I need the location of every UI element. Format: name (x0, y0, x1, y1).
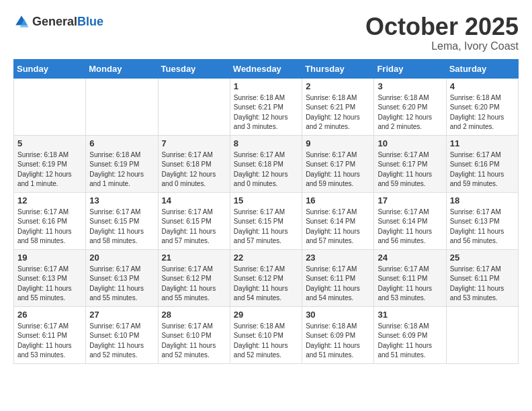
calendar-cell: 29Sunrise: 6:18 AMSunset: 6:10 PMDayligh… (230, 306, 302, 363)
calendar-week-row: 26Sunrise: 6:17 AMSunset: 6:11 PMDayligh… (14, 306, 519, 363)
day-info: Sunrise: 6:18 AMSunset: 6:10 PMDaylight:… (234, 322, 298, 361)
calendar-cell: 25Sunrise: 6:17 AMSunset: 6:11 PMDayligh… (446, 249, 518, 306)
day-info: Sunrise: 6:17 AMSunset: 6:13 PMDaylight:… (89, 265, 154, 304)
location-title: Lema, Ivory Coast (365, 40, 519, 52)
day-info: Sunrise: 6:17 AMSunset: 6:15 PMDaylight:… (234, 208, 298, 246)
day-number: 12 (17, 195, 82, 205)
logo-icon (13, 13, 30, 30)
day-info: Sunrise: 6:17 AMSunset: 6:10 PMDaylight:… (89, 322, 154, 361)
calendar-cell: 1Sunrise: 6:18 AMSunset: 6:21 PMDaylight… (230, 78, 302, 135)
day-number: 30 (306, 310, 370, 320)
day-number: 16 (306, 195, 370, 205)
calendar-cell: 22Sunrise: 6:17 AMSunset: 6:12 PMDayligh… (230, 249, 302, 306)
day-number: 3 (378, 81, 442, 91)
calendar-cell: 2Sunrise: 6:18 AMSunset: 6:21 PMDaylight… (302, 78, 374, 135)
day-info: Sunrise: 6:18 AMSunset: 6:09 PMDaylight:… (306, 322, 370, 361)
day-info: Sunrise: 6:17 AMSunset: 6:17 PMDaylight:… (378, 150, 442, 189)
day-info: Sunrise: 6:17 AMSunset: 6:12 PMDaylight:… (234, 265, 298, 304)
day-info: Sunrise: 6:18 AMSunset: 6:19 PMDaylight:… (17, 150, 82, 189)
day-info: Sunrise: 6:17 AMSunset: 6:14 PMDaylight:… (378, 208, 442, 246)
calendar-cell: 19Sunrise: 6:17 AMSunset: 6:13 PMDayligh… (14, 249, 86, 306)
day-number: 11 (450, 138, 515, 148)
day-info: Sunrise: 6:17 AMSunset: 6:11 PMDaylight:… (17, 322, 82, 361)
calendar-week-row: 5Sunrise: 6:18 AMSunset: 6:19 PMDaylight… (14, 135, 519, 192)
day-number: 15 (234, 195, 298, 205)
day-number: 21 (162, 253, 226, 263)
day-number: 14 (162, 195, 226, 205)
calendar-cell: 17Sunrise: 6:17 AMSunset: 6:14 PMDayligh… (374, 192, 446, 249)
day-info: Sunrise: 6:17 AMSunset: 6:13 PMDaylight:… (450, 208, 515, 246)
calendar-cell: 3Sunrise: 6:18 AMSunset: 6:20 PMDaylight… (374, 78, 446, 135)
calendar-cell: 31Sunrise: 6:18 AMSunset: 6:09 PMDayligh… (374, 306, 446, 363)
calendar-cell: 28Sunrise: 6:17 AMSunset: 6:10 PMDayligh… (158, 306, 230, 363)
day-number: 13 (89, 195, 154, 205)
day-info: Sunrise: 6:18 AMSunset: 6:21 PMDaylight:… (234, 93, 298, 132)
day-info: Sunrise: 6:17 AMSunset: 6:14 PMDaylight:… (306, 208, 370, 246)
calendar-cell: 11Sunrise: 6:17 AMSunset: 6:16 PMDayligh… (446, 135, 518, 192)
day-number: 5 (17, 138, 82, 148)
page-header: GeneralBlue October 2025 Lema, Ivory Coa… (13, 13, 519, 52)
col-monday: Monday (86, 59, 158, 78)
logo-blue: Blue (77, 15, 103, 28)
day-info: Sunrise: 6:18 AMSunset: 6:19 PMDaylight:… (89, 150, 154, 189)
calendar-week-row: 19Sunrise: 6:17 AMSunset: 6:13 PMDayligh… (14, 249, 519, 306)
calendar-cell: 16Sunrise: 6:17 AMSunset: 6:14 PMDayligh… (302, 192, 374, 249)
day-number: 10 (378, 138, 442, 148)
day-number: 26 (17, 310, 82, 320)
logo-text: GeneralBlue (32, 15, 103, 29)
day-info: Sunrise: 6:17 AMSunset: 6:16 PMDaylight:… (450, 150, 515, 189)
calendar-cell: 21Sunrise: 6:17 AMSunset: 6:12 PMDayligh… (158, 249, 230, 306)
calendar-cell: 6Sunrise: 6:18 AMSunset: 6:19 PMDaylight… (86, 135, 158, 192)
day-info: Sunrise: 6:17 AMSunset: 6:11 PMDaylight:… (378, 265, 442, 304)
day-number: 31 (378, 310, 442, 320)
day-number: 19 (17, 253, 82, 263)
calendar-cell (86, 78, 158, 135)
day-info: Sunrise: 6:17 AMSunset: 6:10 PMDaylight:… (162, 322, 226, 361)
day-info: Sunrise: 6:18 AMSunset: 6:21 PMDaylight:… (306, 93, 370, 132)
day-info: Sunrise: 6:17 AMSunset: 6:13 PMDaylight:… (17, 265, 82, 304)
day-number: 25 (450, 253, 515, 263)
day-number: 22 (234, 253, 298, 263)
calendar-cell: 7Sunrise: 6:17 AMSunset: 6:18 PMDaylight… (158, 135, 230, 192)
day-number: 23 (306, 253, 370, 263)
calendar-cell: 4Sunrise: 6:18 AMSunset: 6:20 PMDaylight… (446, 78, 518, 135)
day-number: 4 (450, 81, 515, 91)
logo: GeneralBlue (13, 13, 103, 30)
day-number: 9 (306, 138, 370, 148)
col-saturday: Saturday (446, 59, 518, 78)
col-thursday: Thursday (302, 59, 374, 78)
day-number: 18 (450, 195, 515, 205)
day-info: Sunrise: 6:17 AMSunset: 6:12 PMDaylight:… (162, 265, 226, 304)
calendar-cell: 20Sunrise: 6:17 AMSunset: 6:13 PMDayligh… (86, 249, 158, 306)
calendar-cell: 18Sunrise: 6:17 AMSunset: 6:13 PMDayligh… (446, 192, 518, 249)
title-block: October 2025 Lema, Ivory Coast (365, 13, 519, 52)
calendar-cell: 12Sunrise: 6:17 AMSunset: 6:16 PMDayligh… (14, 192, 86, 249)
day-info: Sunrise: 6:18 AMSunset: 6:20 PMDaylight:… (378, 93, 442, 132)
calendar-cell: 24Sunrise: 6:17 AMSunset: 6:11 PMDayligh… (374, 249, 446, 306)
calendar-week-row: 1Sunrise: 6:18 AMSunset: 6:21 PMDaylight… (14, 78, 519, 135)
calendar-cell: 15Sunrise: 6:17 AMSunset: 6:15 PMDayligh… (230, 192, 302, 249)
calendar-header-row: Sunday Monday Tuesday Wednesday Thursday… (14, 59, 519, 78)
day-number: 28 (162, 310, 226, 320)
day-info: Sunrise: 6:17 AMSunset: 6:16 PMDaylight:… (17, 208, 82, 246)
col-tuesday: Tuesday (158, 59, 230, 78)
logo-general: General (32, 15, 77, 28)
day-info: Sunrise: 6:17 AMSunset: 6:18 PMDaylight:… (162, 150, 226, 189)
day-number: 2 (306, 81, 370, 91)
day-info: Sunrise: 6:17 AMSunset: 6:11 PMDaylight:… (450, 265, 515, 304)
day-info: Sunrise: 6:17 AMSunset: 6:11 PMDaylight:… (306, 265, 370, 304)
day-info: Sunrise: 6:18 AMSunset: 6:20 PMDaylight:… (450, 93, 515, 132)
col-friday: Friday (374, 59, 446, 78)
day-number: 1 (234, 81, 298, 91)
month-title: October 2025 (365, 13, 519, 40)
calendar-cell (446, 306, 518, 363)
day-info: Sunrise: 6:18 AMSunset: 6:09 PMDaylight:… (378, 322, 442, 361)
day-info: Sunrise: 6:17 AMSunset: 6:17 PMDaylight:… (306, 150, 370, 189)
day-number: 24 (378, 253, 442, 263)
day-number: 7 (162, 138, 226, 148)
calendar-cell (158, 78, 230, 135)
calendar-cell: 8Sunrise: 6:17 AMSunset: 6:18 PMDaylight… (230, 135, 302, 192)
day-info: Sunrise: 6:17 AMSunset: 6:15 PMDaylight:… (89, 208, 154, 246)
calendar-cell: 30Sunrise: 6:18 AMSunset: 6:09 PMDayligh… (302, 306, 374, 363)
day-number: 8 (234, 138, 298, 148)
